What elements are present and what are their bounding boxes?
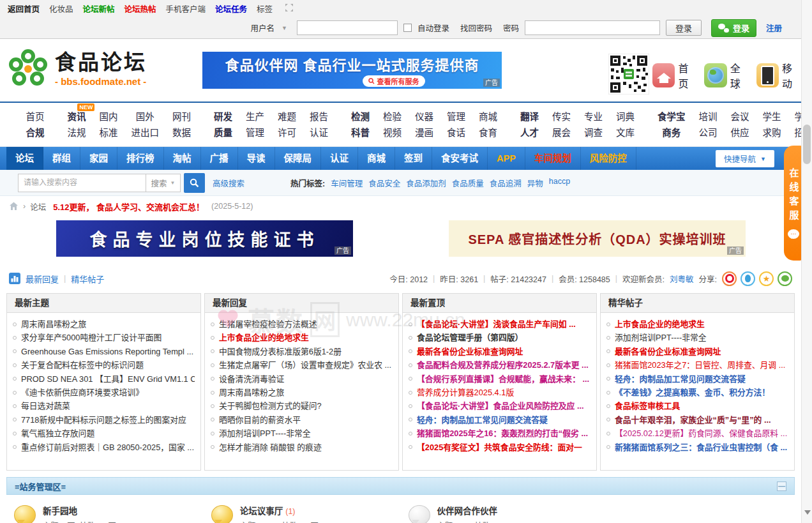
breadcrumb-forum-link[interactable]: 论坛: [30, 201, 46, 213]
nav-link[interactable]: 质量: [214, 125, 232, 141]
share-icon[interactable]: [741, 271, 755, 286]
forum-bubble-icon[interactable]: [14, 505, 36, 523]
post-link[interactable]: 晒晒你目前的薪资水平: [219, 413, 301, 427]
nav-link[interactable]: 招商: [795, 125, 802, 141]
nav-link[interactable]: 生产: [246, 109, 264, 125]
nav-link[interactable]: NEW 资讯: [68, 109, 86, 125]
nav-link[interactable]: 专业: [584, 109, 603, 125]
forum-nav-link[interactable]: 广播: [201, 147, 238, 170]
tab-digest-posts[interactable]: 精华帖子: [71, 273, 104, 285]
forum-nav-link[interactable]: 认证: [321, 147, 358, 170]
forum-nav-link[interactable]: 群组: [43, 147, 80, 170]
username-dropdown-icon[interactable]: ▼: [282, 25, 287, 31]
forum-bubble-icon[interactable]: [409, 505, 430, 523]
post-link[interactable]: 轻舟：肉制品加工常见问题交流答疑: [417, 413, 548, 427]
post-link[interactable]: 【2025有奖征文】共筑食品安全防线：面对一: [417, 441, 582, 454]
post-link[interactable]: 重点修订前后对照表｜GB 28050-2025，国家 ...: [21, 441, 194, 454]
password-input[interactable]: [525, 20, 660, 35]
post-link[interactable]: 添加剂培训PPT----非常全: [615, 331, 707, 344]
forum-nav-link[interactable]: 商城: [358, 147, 395, 170]
nav-link[interactable]: 认证: [310, 125, 328, 141]
forum-nav-link[interactable]: 车间规划: [525, 147, 581, 170]
post-link[interactable]: 最新各省份企业标准查询网址: [615, 345, 721, 358]
post-link[interactable]: 设备清洗消毒验证: [219, 372, 284, 386]
post-link[interactable]: 营养成分计算器2025.4.1版: [417, 386, 514, 399]
nav-link[interactable]: 词典: [616, 109, 635, 125]
nav-link[interactable]: 合规: [26, 125, 45, 141]
search-input[interactable]: [18, 174, 146, 192]
hot-tag-link[interactable]: 食品安全: [368, 177, 400, 189]
post-link[interactable]: 生猪屠宰检疫检验方法概述: [219, 317, 317, 331]
post-link[interactable]: 【合规行系列直播课】合规赋能，赢战未来： ...: [417, 372, 589, 386]
post-link[interactable]: 7718新规中配料标示问题之标签上的图案对应: [21, 413, 186, 427]
nav-link[interactable]: 进出口: [132, 125, 160, 141]
forum-name-link[interactable]: 伙伴网合作伙伴: [437, 506, 498, 516]
hot-tag-link[interactable]: 异物: [527, 177, 543, 189]
username-input[interactable]: [297, 20, 398, 35]
post-link[interactable]: 食品标签审核工具: [615, 399, 680, 413]
hot-tag-link[interactable]: 食品添加剂: [406, 177, 446, 189]
find-password-link[interactable]: 找回密码: [460, 22, 492, 34]
post-link[interactable]: 添加剂培训PPT----非常全: [219, 427, 311, 440]
post-link[interactable]: 轻舟：肉制品加工常见问题交流答疑: [615, 372, 746, 386]
topbar-link[interactable]: 返回首页: [8, 3, 40, 15]
header-ad-banner[interactable]: 食品伙伴网 食品行业一站式服务提供商 查看所有服务 广告: [202, 52, 502, 89]
nav-link[interactable]: 国内: [100, 109, 118, 125]
search-button[interactable]: [184, 173, 205, 193]
post-link[interactable]: 求分享年产5000吨橙汁工厂设计平面图: [21, 331, 162, 344]
forum-bubble-icon[interactable]: [211, 505, 233, 523]
nav-link[interactable]: 人才: [520, 125, 539, 141]
post-link[interactable]: 【食品论坛·大讲堂】食品企业风险防控及应 ...: [417, 399, 584, 413]
post-link[interactable]: 中国食物成分表标准版第6版1-2册: [219, 345, 342, 358]
post-link[interactable]: 上市食品企业的绝地求生: [219, 331, 309, 344]
certificate-ad-banner[interactable]: 食品专业岗位技能证书 广告: [56, 220, 353, 257]
nav-link[interactable]: 供应: [731, 125, 749, 141]
nav-link[interactable]: 标准: [100, 125, 118, 141]
nav-link[interactable]: 学生: [763, 109, 781, 125]
nav-link[interactable]: 报告: [310, 109, 328, 125]
nav-link[interactable]: 漫画: [415, 125, 433, 141]
forum-name-link[interactable]: 论坛议事厅: [240, 506, 283, 516]
forum-nav-link[interactable]: 保障局: [275, 147, 322, 170]
advanced-search-link[interactable]: 高级搜索: [213, 177, 244, 189]
nav-link[interactable]: 许可: [278, 125, 296, 141]
auto-login-checkbox[interactable]: [403, 24, 412, 32]
collapse-icon[interactable]: —: [777, 481, 786, 491]
forum-nav-link[interactable]: 签到: [395, 147, 432, 170]
nav-link[interactable]: 文库: [616, 125, 635, 141]
toggle-width-icon[interactable]: [285, 3, 294, 14]
forum-nav-link[interactable]: APP: [488, 147, 525, 170]
forum-nav-link[interactable]: 家园: [80, 147, 117, 170]
nav-link[interactable]: 科普: [351, 125, 370, 141]
nav-link[interactable]: 会议: [731, 109, 749, 125]
post-link[interactable]: 怎样才能消除 硝酸银 的痕迹: [219, 441, 322, 454]
post-link[interactable]: 猪猪面馆2023年之7：日管控、周排查、月调 ...: [615, 358, 785, 372]
nav-link[interactable]: 公司: [699, 125, 718, 141]
scrollbar[interactable]: [801, 0, 812, 523]
post-link[interactable]: 《不差钱》之提高粮票、金币、积分方法！: [615, 386, 770, 399]
post-link[interactable]: 上市食品企业的绝地求生: [615, 317, 705, 331]
post-link[interactable]: 食品十年艰辛泪，家族企业“质”与“里”的 ...: [615, 413, 771, 427]
nav-link[interactable]: 管理: [246, 125, 264, 141]
wechat-login-button[interactable]: 登录: [711, 19, 756, 37]
register-link[interactable]: 注册: [766, 22, 782, 34]
nav-link[interactable]: 展会: [552, 125, 571, 141]
nav-link[interactable]: 检测: [351, 109, 370, 125]
post-link[interactable]: 食品配料合规及营养成分程序2025.2.7版本更 ...: [417, 358, 589, 372]
nav-link[interactable]: 网刊: [172, 109, 191, 125]
share-icon[interactable]: [778, 271, 792, 286]
topbar-link[interactable]: 论坛新帖: [83, 3, 115, 15]
nav-link[interactable]: 国外: [136, 109, 154, 125]
topbar-link[interactable]: 手机客户端: [166, 3, 206, 15]
post-link[interactable]: 周末南昌嗦粉之旅: [219, 386, 284, 399]
new-member-link[interactable]: 刘粤敏: [670, 273, 694, 285]
post-link[interactable]: 猪猪面馆2025年之16：轰轰烈烈的打击“假劣 ...: [417, 427, 588, 440]
tab-latest-replies[interactable]: 最新回复: [26, 273, 59, 285]
forum-nav-link[interactable]: 淘帖: [164, 147, 201, 170]
post-link[interactable]: PROD SD NEA 301 【工具】ENV Grid VM1.1 C ...: [21, 372, 195, 386]
post-link[interactable]: 《迪卡侬新供应商环境要求培训》: [21, 386, 144, 399]
topbar-link[interactable]: 论坛热帖: [124, 3, 156, 15]
forum-nav-link[interactable]: 论坛: [6, 147, 43, 170]
forum-nav-link[interactable]: 风险防控: [581, 147, 636, 170]
nav-link[interactable]: 检验: [383, 109, 402, 125]
